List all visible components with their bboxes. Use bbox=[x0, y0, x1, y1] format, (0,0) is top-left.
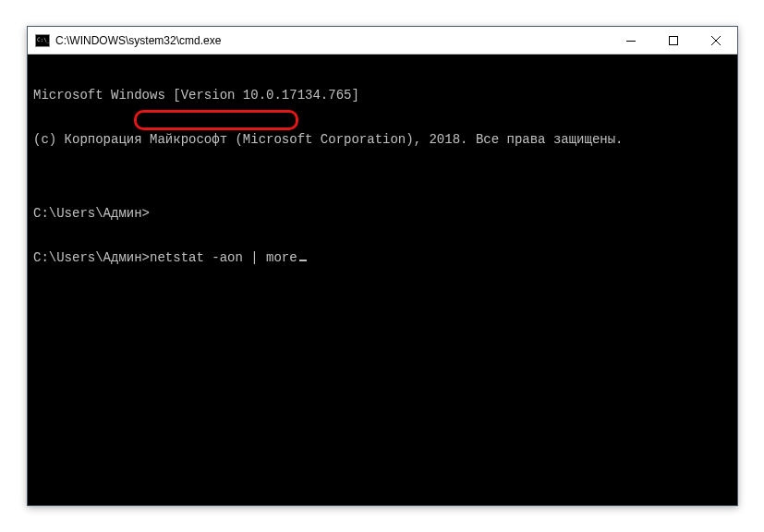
console-prompt-active: C:\Users\Админ>netstat -aon | more bbox=[33, 250, 732, 265]
svg-rect-0 bbox=[626, 41, 636, 42]
close-icon bbox=[711, 36, 721, 45]
prompt-text: C:\Users\Админ> bbox=[33, 250, 150, 265]
console-line: Microsoft Windows [Version 10.0.17134.76… bbox=[33, 88, 732, 103]
highlight-annotation bbox=[134, 110, 298, 130]
console-prompt: C:\Users\Админ> bbox=[33, 206, 732, 221]
titlebar[interactable]: C:\WINDOWS\system32\cmd.exe bbox=[28, 27, 737, 54]
command-text: netstat -aon | more bbox=[150, 250, 297, 265]
close-button[interactable] bbox=[695, 27, 737, 54]
cmd-window: C:\WINDOWS\system32\cmd.exe Microsoft Wi… bbox=[27, 26, 738, 506]
cursor bbox=[299, 260, 307, 261]
maximize-button[interactable] bbox=[652, 27, 695, 54]
window-title: C:\WINDOWS\system32\cmd.exe bbox=[55, 34, 610, 47]
maximize-icon bbox=[669, 36, 678, 45]
window-controls bbox=[610, 27, 737, 54]
cmd-icon bbox=[35, 34, 50, 47]
console-area[interactable]: Microsoft Windows [Version 10.0.17134.76… bbox=[28, 54, 737, 330]
svg-rect-1 bbox=[670, 36, 678, 44]
console-line: (c) Корпорация Майкрософт (Microsoft Cor… bbox=[33, 132, 732, 147]
minimize-button[interactable] bbox=[610, 27, 652, 54]
minimize-icon bbox=[626, 36, 636, 45]
